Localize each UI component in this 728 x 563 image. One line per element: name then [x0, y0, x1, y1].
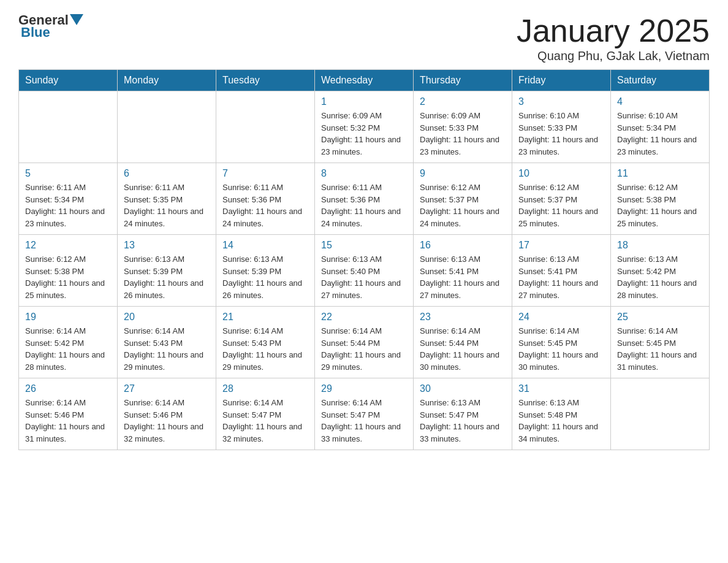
day-info: Sunrise: 6:11 AMSunset: 5:36 PMDaylight:… [222, 182, 308, 229]
calendar-cell: 15Sunrise: 6:13 AMSunset: 5:40 PMDayligh… [315, 235, 414, 307]
day-info: Sunrise: 6:14 AMSunset: 5:43 PMDaylight:… [222, 325, 308, 373]
calendar-cell: 3Sunrise: 6:10 AMSunset: 5:33 PMDaylight… [512, 91, 611, 163]
day-number: 7 [222, 168, 308, 179]
svg-marker-0 [70, 14, 83, 25]
calendar-cell: 30Sunrise: 6:13 AMSunset: 5:47 PMDayligh… [414, 378, 512, 450]
day-info: Sunrise: 6:10 AMSunset: 5:34 PMDaylight:… [617, 110, 703, 158]
day-info: Sunrise: 6:11 AMSunset: 5:35 PMDaylight:… [124, 182, 210, 229]
day-info: Sunrise: 6:14 AMSunset: 5:46 PMDaylight:… [124, 397, 210, 445]
calendar-cell: 4Sunrise: 6:10 AMSunset: 5:34 PMDaylight… [611, 91, 710, 163]
day-info: Sunrise: 6:13 AMSunset: 5:40 PMDaylight:… [321, 253, 407, 301]
day-info: Sunrise: 6:13 AMSunset: 5:39 PMDaylight:… [124, 253, 210, 301]
calendar-cell: 10Sunrise: 6:12 AMSunset: 5:37 PMDayligh… [512, 163, 611, 235]
day-number: 19 [25, 312, 111, 323]
weekday-header-monday: Monday [118, 70, 216, 91]
day-info: Sunrise: 6:13 AMSunset: 5:47 PMDaylight:… [420, 397, 506, 445]
calendar-cell: 21Sunrise: 6:14 AMSunset: 5:43 PMDayligh… [216, 307, 315, 378]
logo: General Blue [18, 12, 83, 40]
weekday-header-sunday: Sunday [19, 70, 118, 91]
day-info: Sunrise: 6:14 AMSunset: 5:42 PMDaylight:… [25, 325, 111, 373]
day-number: 15 [321, 240, 407, 251]
month-title: January 2025 [517, 12, 710, 49]
week-row-5: 26Sunrise: 6:14 AMSunset: 5:46 PMDayligh… [19, 378, 710, 450]
day-number: 20 [124, 312, 210, 323]
week-row-3: 12Sunrise: 6:12 AMSunset: 5:38 PMDayligh… [19, 235, 710, 307]
day-number: 9 [420, 168, 506, 179]
calendar-cell: 26Sunrise: 6:14 AMSunset: 5:46 PMDayligh… [19, 378, 118, 450]
day-info: Sunrise: 6:14 AMSunset: 5:44 PMDaylight:… [321, 325, 407, 373]
calendar-cell: 12Sunrise: 6:12 AMSunset: 5:38 PMDayligh… [19, 235, 118, 307]
day-number: 29 [321, 383, 407, 394]
day-number: 11 [617, 168, 703, 179]
calendar-cell: 29Sunrise: 6:14 AMSunset: 5:47 PMDayligh… [315, 378, 414, 450]
day-number: 5 [25, 168, 111, 179]
calendar-cell: 19Sunrise: 6:14 AMSunset: 5:42 PMDayligh… [19, 307, 118, 378]
calendar-cell: 1Sunrise: 6:09 AMSunset: 5:32 PMDaylight… [315, 91, 414, 163]
day-info: Sunrise: 6:11 AMSunset: 5:34 PMDaylight:… [25, 182, 111, 229]
day-info: Sunrise: 6:12 AMSunset: 5:37 PMDaylight:… [518, 182, 604, 229]
calendar-cell: 31Sunrise: 6:13 AMSunset: 5:48 PMDayligh… [512, 378, 611, 450]
calendar-cell: 17Sunrise: 6:13 AMSunset: 5:41 PMDayligh… [512, 235, 611, 307]
week-row-4: 19Sunrise: 6:14 AMSunset: 5:42 PMDayligh… [19, 307, 710, 378]
calendar-cell: 5Sunrise: 6:11 AMSunset: 5:34 PMDaylight… [19, 163, 118, 235]
day-info: Sunrise: 6:12 AMSunset: 5:38 PMDaylight:… [617, 182, 703, 229]
day-number: 1 [321, 96, 407, 107]
day-info: Sunrise: 6:13 AMSunset: 5:39 PMDaylight:… [222, 253, 308, 301]
calendar-cell: 18Sunrise: 6:13 AMSunset: 5:42 PMDayligh… [611, 235, 710, 307]
day-number: 18 [617, 240, 703, 251]
day-number: 31 [518, 383, 604, 394]
day-info: Sunrise: 6:14 AMSunset: 5:43 PMDaylight:… [124, 325, 210, 373]
calendar-cell: 22Sunrise: 6:14 AMSunset: 5:44 PMDayligh… [315, 307, 414, 378]
day-info: Sunrise: 6:14 AMSunset: 5:44 PMDaylight:… [420, 325, 506, 373]
day-number: 28 [222, 383, 308, 394]
calendar-cell [118, 91, 216, 163]
day-number: 22 [321, 312, 407, 323]
day-number: 8 [321, 168, 407, 179]
day-info: Sunrise: 6:14 AMSunset: 5:46 PMDaylight:… [25, 397, 111, 445]
weekday-header-row: SundayMondayTuesdayWednesdayThursdayFrid… [19, 70, 710, 91]
calendar-cell [19, 91, 118, 163]
calendar-cell [216, 91, 315, 163]
calendar-cell: 6Sunrise: 6:11 AMSunset: 5:35 PMDaylight… [118, 163, 216, 235]
day-number: 16 [420, 240, 506, 251]
day-number: 23 [420, 312, 506, 323]
calendar-cell: 14Sunrise: 6:13 AMSunset: 5:39 PMDayligh… [216, 235, 315, 307]
day-info: Sunrise: 6:14 AMSunset: 5:47 PMDaylight:… [222, 397, 308, 445]
calendar-cell: 7Sunrise: 6:11 AMSunset: 5:36 PMDaylight… [216, 163, 315, 235]
day-info: Sunrise: 6:14 AMSunset: 5:47 PMDaylight:… [321, 397, 407, 445]
logo-arrow-icon [70, 14, 83, 28]
calendar-cell: 8Sunrise: 6:11 AMSunset: 5:36 PMDaylight… [315, 163, 414, 235]
week-row-2: 5Sunrise: 6:11 AMSunset: 5:34 PMDaylight… [19, 163, 710, 235]
day-info: Sunrise: 6:11 AMSunset: 5:36 PMDaylight:… [321, 182, 407, 229]
day-number: 30 [420, 383, 506, 394]
day-number: 6 [124, 168, 210, 179]
logo-blue-text: Blue [21, 25, 50, 40]
day-number: 24 [518, 312, 604, 323]
day-number: 17 [518, 240, 604, 251]
calendar-cell: 11Sunrise: 6:12 AMSunset: 5:38 PMDayligh… [611, 163, 710, 235]
weekday-header-friday: Friday [512, 70, 611, 91]
calendar-cell: 25Sunrise: 6:14 AMSunset: 5:45 PMDayligh… [611, 307, 710, 378]
calendar-cell: 23Sunrise: 6:14 AMSunset: 5:44 PMDayligh… [414, 307, 512, 378]
calendar-cell: 13Sunrise: 6:13 AMSunset: 5:39 PMDayligh… [118, 235, 216, 307]
day-number: 12 [25, 240, 111, 251]
day-number: 2 [420, 96, 506, 107]
day-number: 14 [222, 240, 308, 251]
day-info: Sunrise: 6:12 AMSunset: 5:38 PMDaylight:… [25, 253, 111, 301]
calendar-cell [611, 378, 710, 450]
day-info: Sunrise: 6:14 AMSunset: 5:45 PMDaylight:… [617, 325, 703, 373]
weekday-header-wednesday: Wednesday [315, 70, 414, 91]
day-number: 13 [124, 240, 210, 251]
weekday-header-tuesday: Tuesday [216, 70, 315, 91]
day-number: 10 [518, 168, 604, 179]
day-info: Sunrise: 6:13 AMSunset: 5:41 PMDaylight:… [518, 253, 604, 301]
day-info: Sunrise: 6:10 AMSunset: 5:33 PMDaylight:… [518, 110, 604, 158]
day-info: Sunrise: 6:13 AMSunset: 5:48 PMDaylight:… [518, 397, 604, 445]
calendar-cell: 2Sunrise: 6:09 AMSunset: 5:33 PMDaylight… [414, 91, 512, 163]
calendar-cell: 27Sunrise: 6:14 AMSunset: 5:46 PMDayligh… [118, 378, 216, 450]
day-info: Sunrise: 6:13 AMSunset: 5:41 PMDaylight:… [420, 253, 506, 301]
calendar-cell: 9Sunrise: 6:12 AMSunset: 5:37 PMDaylight… [414, 163, 512, 235]
week-row-1: 1Sunrise: 6:09 AMSunset: 5:32 PMDaylight… [19, 91, 710, 163]
day-number: 27 [124, 383, 210, 394]
day-info: Sunrise: 6:14 AMSunset: 5:45 PMDaylight:… [518, 325, 604, 373]
